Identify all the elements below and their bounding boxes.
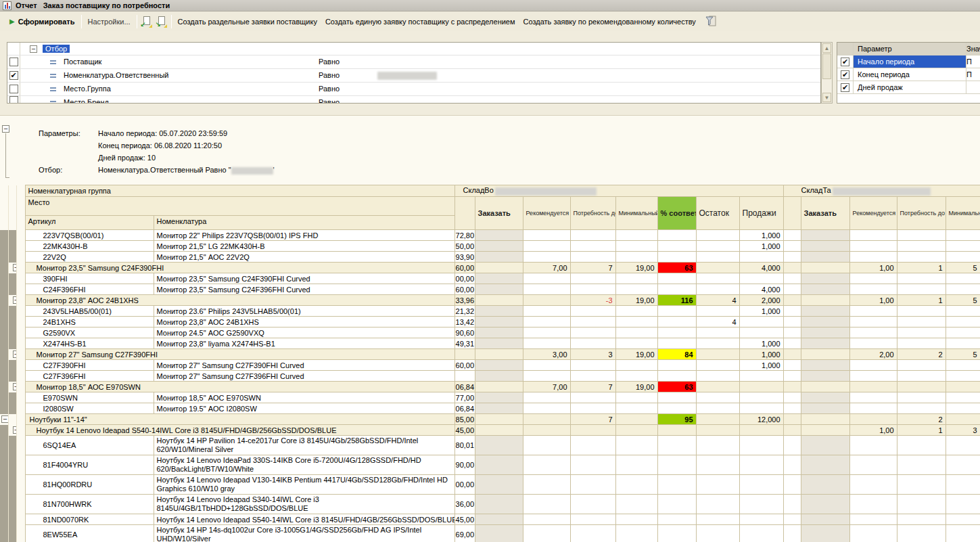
cell-w2-zakazat[interactable] [801,338,849,349]
cell-price-cut[interactable]: 69,00 [454,525,475,542]
load-settings-icon[interactable]: ↙ [141,16,152,27]
cell-w2-min[interactable] [946,230,980,241]
cell-w2-potreb[interactable] [897,382,946,392]
cell-w2-potreb[interactable]: 1 [897,425,946,436]
filter-row-checkbox[interactable] [9,58,18,66]
cell-w2-min[interactable] [946,392,980,403]
cell-w1-pct[interactable] [657,241,696,252]
cell-w1-pct[interactable] [657,436,696,455]
filter-condition[interactable]: Равно [319,98,340,104]
cell-w2-potreb[interactable] [897,392,946,403]
parameter-value[interactable]: П [966,58,980,66]
cell-w1-potreb[interactable]: 3 [570,349,615,360]
cell-w1-pct[interactable]: 84 [657,349,696,360]
cell-w1-pct[interactable] [657,475,696,495]
cell-w1-zakazat[interactable] [475,241,523,252]
filter-root-row[interactable]: − Отбор [7,43,820,55]
cell-w1-min[interactable] [615,425,657,436]
cell-w1-rekom[interactable] [523,360,570,371]
cell-w1-zakazat[interactable] [475,525,523,542]
cell-w1-zakazat[interactable] [475,495,523,514]
parameter-name[interactable]: Конец периода [854,68,966,81]
cell-w1-min[interactable] [615,328,657,338]
cell-price-cut[interactable]: 00,00 [454,273,475,284]
cell-w1-prodazhi[interactable]: 12,000 [739,414,783,425]
cell-w1-potreb[interactable] [570,475,615,495]
cell-group-name[interactable]: Ноутбук 14 Lenovo Ideapad S540-14IWL Cor… [25,425,454,436]
cell-price-cut[interactable]: 36,00 [454,495,475,514]
cell-w1-prodazhi[interactable] [739,425,783,436]
cell-w1-rekom[interactable] [523,295,570,306]
cell-w1-rekom[interactable] [523,436,570,455]
cell-artikul[interactable]: 81ND0070RK [25,514,154,525]
cell-w1-pct[interactable] [657,403,696,414]
cell-w1-prodazhi[interactable] [739,455,783,475]
w2-zakazat-header[interactable]: Заказать [801,197,849,230]
cell-price-cut[interactable]: 90,00 [454,455,475,475]
cell-w1-ostatok[interactable]: 4 [696,295,739,306]
cell-w1-potreb[interactable] [570,230,615,241]
cell-nomenklatura[interactable]: Ноутбук 14 Lenovo Ideapad V130-14IKB Pen… [154,475,454,495]
filter-row[interactable]: ✔Номенклатура.ОтветственныйРавно [7,69,820,83]
cell-nomenklatura[interactable]: Монитор 23,8" liyama X2474HS-B1 [154,338,454,349]
cell-w2-potreb[interactable] [897,371,946,382]
cell-price-cut[interactable]: 45,00 [454,514,475,525]
cell-w1-pct[interactable] [657,425,696,436]
cell-w2-min[interactable] [946,371,980,382]
cell-w1-zakazat[interactable] [475,230,523,241]
cell-w2-min[interactable] [946,241,980,252]
cell-w1-rekom[interactable] [523,371,570,382]
cell-w1-rekom[interactable] [523,317,570,328]
cell-group-name[interactable]: Монитор 23,8" AOC 24B1XHS [25,295,454,306]
cell-nomenklatura[interactable]: Монитор 23,5" Samsung C24F396FHI Curved [154,284,454,295]
cell-w2-potreb[interactable] [897,514,946,525]
cell-w1-rekom[interactable] [523,230,570,241]
cell-w1-potreb[interactable] [570,514,615,525]
cell-w1-prodazhi[interactable]: 2,000 [739,295,783,306]
parameter-name[interactable]: Дней продаж [854,81,966,93]
cell-w1-rekom[interactable] [523,475,570,495]
cell-w2-rekom[interactable] [849,284,897,295]
cell-w2-potreb[interactable] [897,525,946,542]
cell-w1-pct[interactable] [657,284,696,295]
cell-artikul[interactable]: 6SQ14EA [25,436,154,455]
cell-w1-zakazat[interactable] [475,382,523,392]
cell-w1-min[interactable] [615,403,657,414]
cell-w2-zakazat[interactable] [801,425,849,436]
cell-w2-zakazat[interactable] [801,295,849,306]
cell-w1-prodazhi[interactable]: 1,000 [739,230,783,241]
cell-w1-min[interactable] [615,436,657,455]
cell-w2-zakazat[interactable] [801,403,849,414]
cell-w1-min[interactable]: 19,00 [615,263,657,273]
cell-w1-pct[interactable]: 116 [657,295,696,306]
cell-w1-prodazhi[interactable] [739,525,783,542]
cell-w1-potreb[interactable] [570,317,615,328]
cell-price-cut[interactable]: 06,84 [454,382,475,392]
filter-row[interactable]: Место.ГруппаРавно [7,83,820,96]
cell-w1-ostatok[interactable] [696,403,739,414]
cell-w1-potreb[interactable] [570,328,615,338]
cell-w1-potreb[interactable] [570,403,615,414]
cell-w2-rekom[interactable] [849,436,897,455]
cell-w2-potreb[interactable]: 2 [897,414,946,425]
cell-w1-ostatok[interactable] [696,414,739,425]
cell-w1-potreb[interactable] [570,525,615,542]
cell-w1-ostatok[interactable] [696,425,739,436]
cell-w1-prodazhi[interactable] [739,382,783,392]
collapse-icon[interactable]: − [13,426,17,434]
cell-w1-pct[interactable]: 95 [657,414,696,425]
cell-w2-zakazat[interactable] [801,455,849,475]
cell-w1-min[interactable] [615,414,657,425]
cell-w1-potreb[interactable] [570,455,615,475]
cell-w2-zakazat[interactable] [801,495,849,514]
cell-w2-rekom[interactable] [849,317,897,328]
cell-w2-zakazat[interactable] [801,349,849,360]
parameter-name[interactable]: Начало периода [854,55,966,68]
report-collapse-icon[interactable]: − [2,125,9,133]
cell-group-name[interactable]: Ноутбуки 11"-14" [25,414,454,425]
cell-w1-min[interactable]: 19,00 [615,349,657,360]
w1-pct-header[interactable]: % соответствия [657,197,696,230]
filter-condition[interactable]: Равно [319,58,340,66]
cell-artikul[interactable]: 390FHI [25,273,154,284]
collapse-icon[interactable]: − [13,264,17,271]
